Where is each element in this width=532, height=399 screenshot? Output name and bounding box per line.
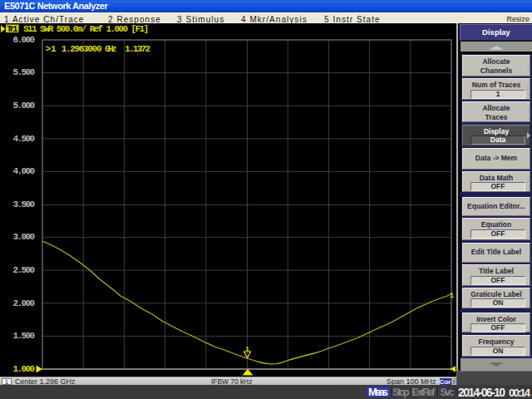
svg-text:ExtRef: ExtRef <box>412 387 436 398</box>
svg-text:Svc: Svc <box>441 387 455 398</box>
svg-text:00:14: 00:14 <box>509 387 531 399</box>
svg-text:Meas: Meas <box>368 386 388 398</box>
svg-text:Stop: Stop <box>393 387 410 398</box>
svg-text:2014-06-10: 2014-06-10 <box>458 386 505 399</box>
